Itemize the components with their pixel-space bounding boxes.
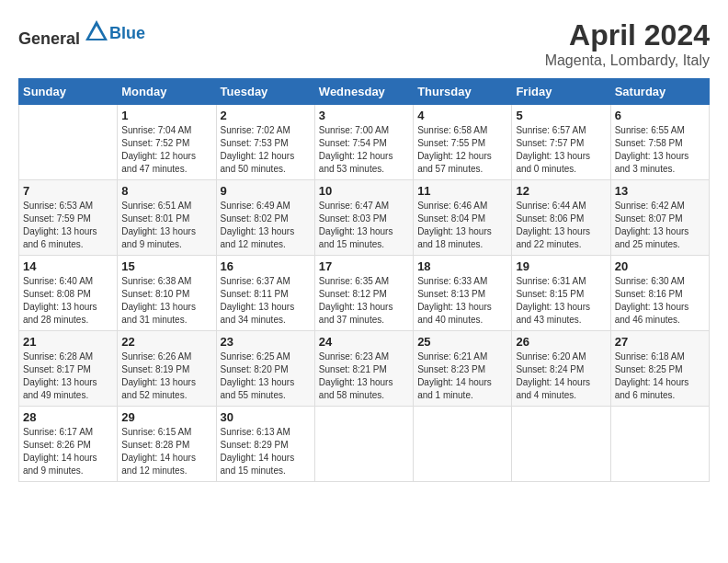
day-info: Sunrise: 6:58 AMSunset: 7:55 PMDaylight:…	[417, 124, 507, 176]
day-info: Sunrise: 6:57 AMSunset: 7:57 PMDaylight:…	[516, 124, 606, 176]
calendar-cell: 16Sunrise: 6:37 AMSunset: 8:11 PMDayligh…	[216, 256, 314, 331]
day-number: 15	[121, 259, 211, 273]
calendar-cell: 28Sunrise: 6:17 AMSunset: 8:26 PMDayligh…	[19, 407, 118, 482]
calendar-cell: 17Sunrise: 6:35 AMSunset: 8:12 PMDayligh…	[314, 256, 413, 331]
calendar-cell	[610, 407, 709, 482]
day-info: Sunrise: 6:53 AMSunset: 7:59 PMDaylight:…	[23, 200, 113, 251]
title-area: April 2024 Magenta, Lombardy, Italy	[545, 18, 710, 69]
calendar-cell: 22Sunrise: 6:26 AMSunset: 8:19 PMDayligh…	[118, 331, 216, 407]
calendar-cell: 25Sunrise: 6:21 AMSunset: 8:23 PMDayligh…	[414, 331, 512, 407]
day-info: Sunrise: 6:20 AMSunset: 8:24 PMDaylight:…	[516, 350, 606, 402]
calendar-cell: 4Sunrise: 6:58 AMSunset: 7:55 PMDaylight…	[414, 105, 512, 180]
day-number: 9	[221, 184, 311, 198]
day-number: 21	[23, 335, 113, 349]
sub-title: Magenta, Lombardy, Italy	[545, 52, 710, 69]
header-day-wednesday: Wednesday	[314, 79, 413, 105]
day-number: 16	[221, 259, 311, 273]
day-number: 19	[516, 259, 606, 273]
calendar-cell: 15Sunrise: 6:38 AMSunset: 8:10 PMDayligh…	[118, 256, 216, 331]
day-info: Sunrise: 7:00 AMSunset: 7:54 PMDaylight:…	[319, 124, 409, 176]
header: General Blue April 2024 Magenta, Lombard…	[18, 18, 710, 69]
header-day-thursday: Thursday	[414, 79, 512, 105]
day-info: Sunrise: 6:15 AMSunset: 8:28 PMDaylight:…	[121, 426, 211, 477]
week-row-2: 7Sunrise: 6:53 AMSunset: 7:59 PMDaylight…	[19, 180, 710, 256]
header-day-saturday: Saturday	[610, 79, 709, 105]
calendar-cell: 7Sunrise: 6:53 AMSunset: 7:59 PMDaylight…	[19, 180, 118, 256]
week-row-3: 14Sunrise: 6:40 AMSunset: 8:08 PMDayligh…	[19, 256, 710, 331]
day-info: Sunrise: 7:02 AMSunset: 7:53 PMDaylight:…	[221, 124, 311, 176]
day-info: Sunrise: 6:25 AMSunset: 8:20 PMDaylight:…	[221, 350, 311, 402]
day-info: Sunrise: 6:28 AMSunset: 8:17 PMDaylight:…	[23, 350, 113, 402]
calendar-cell: 11Sunrise: 6:46 AMSunset: 8:04 PMDayligh…	[414, 180, 512, 256]
day-number: 1	[121, 109, 211, 122]
day-info: Sunrise: 6:26 AMSunset: 8:19 PMDaylight:…	[121, 350, 211, 402]
logo-blue: Blue	[109, 24, 145, 42]
calendar-cell: 26Sunrise: 6:20 AMSunset: 8:24 PMDayligh…	[512, 331, 610, 407]
calendar-cell: 19Sunrise: 6:31 AMSunset: 8:15 PMDayligh…	[512, 256, 610, 331]
day-info: Sunrise: 6:30 AMSunset: 8:16 PMDaylight:…	[615, 275, 705, 327]
day-number: 2	[221, 109, 311, 122]
day-number: 26	[516, 335, 606, 349]
day-info: Sunrise: 6:55 AMSunset: 7:58 PMDaylight:…	[615, 124, 705, 176]
day-number: 18	[417, 259, 507, 273]
calendar-cell: 20Sunrise: 6:30 AMSunset: 8:16 PMDayligh…	[610, 256, 709, 331]
day-info: Sunrise: 7:04 AMSunset: 7:52 PMDaylight:…	[121, 124, 211, 176]
day-number: 7	[23, 184, 113, 198]
header-day-tuesday: Tuesday	[216, 79, 314, 105]
calendar-header-row: SundayMondayTuesdayWednesdayThursdayFrid…	[19, 79, 710, 105]
day-number: 8	[121, 184, 211, 198]
day-number: 20	[615, 259, 705, 273]
calendar-cell: 13Sunrise: 6:42 AMSunset: 8:07 PMDayligh…	[610, 180, 709, 256]
day-number: 24	[319, 335, 409, 349]
calendar-cell: 2Sunrise: 7:02 AMSunset: 7:53 PMDaylight…	[216, 105, 314, 180]
day-info: Sunrise: 6:46 AMSunset: 8:04 PMDaylight:…	[417, 200, 507, 251]
day-info: Sunrise: 6:33 AMSunset: 8:13 PMDaylight:…	[417, 275, 507, 327]
day-number: 6	[615, 109, 705, 122]
day-number: 11	[417, 184, 507, 198]
logo-icon	[84, 18, 109, 44]
day-info: Sunrise: 6:44 AMSunset: 8:06 PMDaylight:…	[516, 200, 606, 251]
calendar-cell: 27Sunrise: 6:18 AMSunset: 8:25 PMDayligh…	[610, 331, 709, 407]
calendar-cell	[314, 407, 413, 482]
calendar-cell: 29Sunrise: 6:15 AMSunset: 8:28 PMDayligh…	[118, 407, 216, 482]
day-number: 30	[221, 410, 311, 424]
calendar-table: SundayMondayTuesdayWednesdayThursdayFrid…	[18, 78, 710, 482]
calendar-cell: 14Sunrise: 6:40 AMSunset: 8:08 PMDayligh…	[19, 256, 118, 331]
day-info: Sunrise: 6:35 AMSunset: 8:12 PMDaylight:…	[319, 275, 409, 327]
day-info: Sunrise: 6:49 AMSunset: 8:02 PMDaylight:…	[221, 200, 311, 251]
day-info: Sunrise: 6:13 AMSunset: 8:29 PMDaylight:…	[221, 426, 311, 477]
calendar-cell: 6Sunrise: 6:55 AMSunset: 7:58 PMDaylight…	[610, 105, 709, 180]
calendar-cell: 12Sunrise: 6:44 AMSunset: 8:06 PMDayligh…	[512, 180, 610, 256]
calendar-cell: 30Sunrise: 6:13 AMSunset: 8:29 PMDayligh…	[216, 407, 314, 482]
calendar-cell: 21Sunrise: 6:28 AMSunset: 8:17 PMDayligh…	[19, 331, 118, 407]
day-info: Sunrise: 6:31 AMSunset: 8:15 PMDaylight:…	[516, 275, 606, 327]
calendar-cell: 1Sunrise: 7:04 AMSunset: 7:52 PMDaylight…	[118, 105, 216, 180]
calendar-cell	[512, 407, 610, 482]
day-number: 4	[417, 109, 507, 122]
day-number: 14	[23, 259, 113, 273]
day-number: 3	[319, 109, 409, 122]
calendar-cell: 23Sunrise: 6:25 AMSunset: 8:20 PMDayligh…	[216, 331, 314, 407]
day-number: 12	[516, 184, 606, 198]
day-number: 27	[615, 335, 705, 349]
day-info: Sunrise: 6:23 AMSunset: 8:21 PMDaylight:…	[319, 350, 409, 402]
day-info: Sunrise: 6:51 AMSunset: 8:01 PMDaylight:…	[121, 200, 211, 251]
calendar-cell: 24Sunrise: 6:23 AMSunset: 8:21 PMDayligh…	[314, 331, 413, 407]
day-info: Sunrise: 6:17 AMSunset: 8:26 PMDaylight:…	[23, 426, 113, 477]
week-row-5: 28Sunrise: 6:17 AMSunset: 8:26 PMDayligh…	[19, 407, 710, 482]
day-info: Sunrise: 6:21 AMSunset: 8:23 PMDaylight:…	[417, 350, 507, 402]
day-number: 17	[319, 259, 409, 273]
day-info: Sunrise: 6:40 AMSunset: 8:08 PMDaylight:…	[23, 275, 113, 327]
calendar-cell: 8Sunrise: 6:51 AMSunset: 8:01 PMDaylight…	[118, 180, 216, 256]
calendar-cell: 18Sunrise: 6:33 AMSunset: 8:13 PMDayligh…	[414, 256, 512, 331]
day-number: 5	[516, 109, 606, 122]
main-title: April 2024	[545, 18, 710, 52]
calendar-cell: 5Sunrise: 6:57 AMSunset: 7:57 PMDaylight…	[512, 105, 610, 180]
week-row-4: 21Sunrise: 6:28 AMSunset: 8:17 PMDayligh…	[19, 331, 710, 407]
header-day-friday: Friday	[512, 79, 610, 105]
day-info: Sunrise: 6:42 AMSunset: 8:07 PMDaylight:…	[615, 200, 705, 251]
day-number: 29	[121, 410, 211, 424]
logo-general: General	[18, 29, 80, 48]
day-number: 25	[417, 335, 507, 349]
day-number: 23	[221, 335, 311, 349]
